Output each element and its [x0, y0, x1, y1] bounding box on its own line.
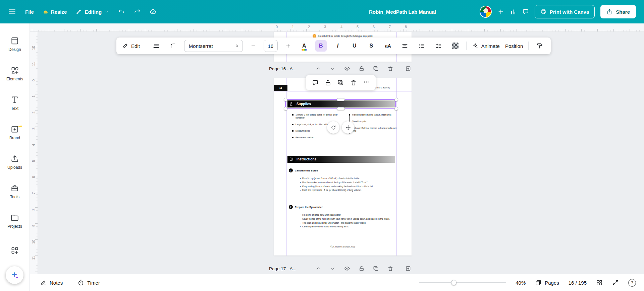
position-button[interactable]: Position [505, 43, 523, 49]
rotate-icon [331, 125, 336, 130]
timer-button[interactable]: Timer [77, 279, 100, 286]
resize-handle-top-left[interactable] [284, 98, 287, 101]
help-button[interactable]: ? [628, 279, 636, 287]
status-bar: Notes Timer 40% Pages 16 / 195 ? [30, 274, 644, 291]
font-size-field[interactable]: 16 [264, 40, 278, 52]
page-17-title[interactable]: Page 17 - A... [269, 266, 307, 271]
step-title[interactable]: Prepare the Spirometer [295, 206, 323, 209]
delete-page-button[interactable] [387, 66, 393, 72]
stroke-weight-button[interactable] [151, 40, 162, 52]
text-align-button[interactable] [399, 40, 411, 52]
step2-bullet-list[interactable]: Fill a sink or large bowl with clean wat… [300, 213, 396, 229]
resize-handle-bottom-left[interactable] [284, 107, 287, 111]
move-page-up-button[interactable] [315, 266, 321, 272]
file-menu-button[interactable]: File [25, 9, 34, 15]
lock-element-button[interactable] [325, 79, 331, 86]
comments-button[interactable] [522, 8, 529, 15]
add-page-button[interactable] [405, 266, 411, 272]
strikethrough-button[interactable]: S [366, 40, 377, 52]
eye-icon [344, 266, 350, 272]
step-title[interactable]: Calibrate the Bottle [295, 169, 318, 172]
resize-handle-top[interactable] [337, 98, 345, 101]
increase-font-size-button[interactable] [283, 40, 293, 52]
zoom-level[interactable]: 40% [516, 280, 526, 286]
italic-button[interactable]: I [332, 40, 343, 52]
share-button[interactable]: Share [600, 5, 636, 18]
ruler-number: 5 [31, 158, 36, 164]
page-number-tag[interactable]: 16 [274, 85, 287, 91]
page-footer-text[interactable]: ©Dr. Robin's School 2025 [274, 245, 412, 248]
duplicate-page-button[interactable] [373, 66, 379, 72]
comment-element-button[interactable] [312, 79, 319, 86]
delete-page-button[interactable] [387, 266, 393, 272]
lock-page-button[interactable] [359, 266, 365, 272]
underline-button[interactable]: U [349, 40, 360, 52]
canva-ai-button[interactable] [6, 266, 23, 284]
sidebar-item-tools[interactable]: Tools [2, 179, 28, 204]
add-page-button[interactable] [405, 66, 411, 72]
sidebar-item-text[interactable]: Text [2, 90, 28, 116]
letter-case-button[interactable]: aA [382, 40, 394, 52]
transparency-button[interactable] [449, 40, 461, 52]
lock-page-button[interactable] [359, 66, 365, 72]
resize-handle-top-right[interactable] [394, 98, 398, 101]
selection-toolbar [306, 75, 376, 90]
insights-button[interactable] [510, 8, 517, 15]
editing-mode-button[interactable]: Editing [76, 9, 109, 15]
font-family-selector[interactable]: Montserrat [184, 40, 243, 52]
step1-bullet-list[interactable]: Pour ¾ cup (about 6 oz or ~200 mL) of wa… [300, 177, 396, 193]
move-page-down-button[interactable] [330, 266, 336, 272]
copy-style-button[interactable] [534, 40, 545, 52]
page-16-title[interactable]: Page 16 - A... [269, 66, 307, 71]
hide-page-button[interactable] [344, 66, 350, 72]
resize-handle-bottom[interactable] [337, 107, 345, 110]
resize-button[interactable]: Resize [43, 9, 67, 15]
bullet-list-button[interactable] [416, 40, 427, 52]
duplicate-page-button[interactable] [373, 266, 379, 272]
zoom-slider-knob[interactable] [451, 280, 457, 285]
supplies-list-right[interactable]: Flexible plastic tubing (about 2 feet lo… [349, 114, 398, 136]
document-title[interactable]: Robin_MedPath Lab Manual [349, 9, 456, 15]
avatar[interactable] [480, 6, 492, 18]
duplicate-element-button[interactable] [337, 79, 344, 86]
text-spacing-button[interactable] [433, 40, 444, 52]
animate-button[interactable]: Animate [472, 43, 500, 49]
move-page-down-button[interactable] [330, 66, 336, 72]
instructions-header[interactable]: Instructions [287, 156, 395, 163]
sidebar-item-uploads[interactable]: Uploads [2, 149, 28, 175]
bold-button[interactable]: B [315, 40, 327, 52]
sidebar-label: Design [8, 47, 21, 52]
delete-element-button[interactable] [350, 79, 357, 86]
edit-button[interactable]: Edit [122, 43, 140, 49]
resize-handle-bottom-right[interactable] [394, 107, 398, 111]
redo-button[interactable] [134, 8, 141, 15]
pages-button[interactable]: Pages [535, 279, 559, 286]
sidebar-label: Elements [6, 77, 23, 81]
zoom-slider[interactable] [419, 282, 506, 283]
move-page-up-button[interactable] [315, 66, 321, 72]
notes-label: Notes [50, 280, 63, 286]
fullscreen-button[interactable] [612, 279, 619, 286]
hide-page-button[interactable] [344, 266, 350, 272]
sidebar-item-elements[interactable]: Elements [2, 61, 28, 86]
ruler-number: 11 [31, 255, 36, 261]
sidebar-item-apps[interactable] [2, 238, 28, 263]
text-color-button[interactable]: A [299, 40, 310, 52]
sidebar-item-design[interactable]: Design [2, 31, 28, 57]
more-options-button[interactable] [363, 79, 370, 86]
undo-button[interactable] [118, 8, 125, 15]
comment-icon [312, 79, 319, 86]
sidebar-item-brand[interactable]: Brand [2, 120, 28, 145]
rotate-handle[interactable] [327, 121, 339, 134]
add-member-button[interactable] [497, 8, 504, 15]
sidebar-item-projects[interactable]: Projects [2, 208, 28, 234]
ruler-number: 5 [357, 25, 359, 29]
menu-button[interactable] [8, 8, 16, 16]
print-button[interactable]: Print with Canva [535, 5, 595, 18]
notes-button[interactable]: Notes [40, 279, 63, 286]
share-icon [606, 9, 612, 15]
move-handle[interactable] [342, 121, 354, 134]
grid-view-button[interactable] [596, 279, 603, 286]
decrease-font-size-button[interactable] [248, 40, 258, 52]
border-style-button[interactable] [167, 40, 179, 52]
